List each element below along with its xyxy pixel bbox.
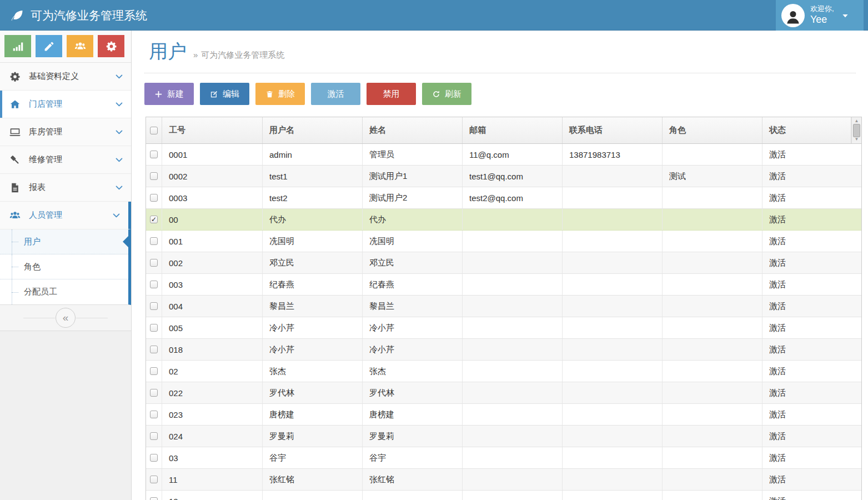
row-checkbox[interactable] [150, 367, 158, 375]
new-button[interactable]: 新建 [144, 83, 194, 105]
row-checkbox[interactable] [150, 216, 158, 223]
row-checkbox[interactable] [150, 281, 158, 288]
tile-users[interactable] [67, 35, 93, 57]
table-row[interactable]: 0003test2测试用户2test2@qq.com激活 [146, 187, 861, 209]
row-checkbox[interactable] [150, 432, 158, 440]
tile-settings[interactable] [98, 35, 124, 57]
table-row[interactable]: 023唐榜建唐榜建激活 [146, 404, 861, 426]
table-row[interactable]: 003纪春燕纪春燕激活 [146, 274, 861, 296]
sidebar-item-label: 基础资料定义 [29, 71, 79, 82]
row-checkbox[interactable] [150, 172, 158, 180]
table-row[interactable]: 002邓立民邓立民激活 [146, 252, 861, 274]
checkbox-cell [146, 339, 162, 360]
table-row[interactable]: 03谷宇谷宇激活 [146, 447, 861, 469]
table-row[interactable]: 005冷小芹冷小芹激活 [146, 317, 861, 339]
table-cell: 激活 [762, 382, 861, 403]
brand[interactable]: 可为汽修业务管理系统 [10, 0, 147, 31]
sidebar-collapse-button[interactable]: « [56, 308, 76, 328]
row-checkbox[interactable] [150, 324, 158, 332]
sidebar-item-reports[interactable]: 报表 [0, 174, 131, 202]
table-cell [563, 166, 663, 187]
row-checkbox[interactable] [150, 411, 158, 418]
table-row[interactable]: 0002test1测试用户1test1@qq.com测试激活 [146, 166, 861, 187]
table-row[interactable]: 11张红铭张红铭激活 [146, 469, 861, 491]
users-table: 工号用户名姓名邮箱联系电话角色状态▲▼ 0001admin管理员11@q.com… [145, 117, 862, 500]
table-cell [563, 317, 663, 338]
table-row[interactable]: 12激活 [146, 491, 861, 500]
delete-button[interactable]: 删除 [255, 83, 305, 105]
table-row[interactable]: 004黎昌兰黎昌兰激活 [146, 296, 861, 317]
row-checkbox[interactable] [150, 259, 158, 267]
sidebar-item-repair[interactable]: 维修管理 [0, 146, 131, 174]
scroll-up-icon[interactable]: ▲ [855, 119, 859, 123]
tile-edit[interactable] [36, 35, 62, 57]
checkbox-cell [146, 469, 162, 490]
row-checkbox[interactable] [150, 497, 158, 500]
plus-icon [154, 90, 163, 98]
breadcrumb-text: 可为汽修业务管理系统 [201, 50, 284, 59]
submenu-item-assign-staff[interactable]: 分配员工 [0, 279, 128, 304]
table-cell: test2 [263, 187, 363, 208]
row-checkbox[interactable] [150, 194, 158, 202]
row-checkbox[interactable] [150, 151, 158, 158]
submenu-item-label: 分配员工 [24, 287, 57, 297]
row-checkbox[interactable] [150, 346, 158, 353]
select-all-checkbox[interactable] [146, 117, 162, 143]
checkbox-cell [146, 187, 162, 208]
gears-icon [9, 71, 21, 82]
column-header-2[interactable]: 姓名 [363, 117, 463, 143]
table-cell [563, 339, 663, 360]
divider [23, 318, 55, 318]
column-header-5[interactable]: 角色 [663, 117, 762, 143]
table-cell: 激活 [762, 144, 861, 165]
table-cell [563, 231, 663, 252]
table-row[interactable]: 0001admin管理员11@q.com13871983713激活 [146, 144, 861, 166]
table-row[interactable]: 00代办代办激活 [146, 209, 861, 231]
edit-button[interactable]: 编辑 [200, 83, 249, 105]
scrollbar-thumb[interactable] [853, 124, 860, 137]
sidebar-item-staff[interactable]: 人员管理 [0, 202, 131, 229]
table-cell: 邓立民 [363, 252, 463, 273]
table-row[interactable]: 02张杰张杰激活 [146, 361, 861, 382]
sidebar-item-base-data[interactable]: 基础资料定义 [0, 63, 131, 91]
row-checkbox[interactable] [150, 454, 158, 462]
table-cell [663, 339, 762, 360]
disable-button[interactable]: 禁用 [367, 83, 416, 105]
tile-stats[interactable] [4, 35, 31, 57]
column-header-1[interactable]: 用户名 [263, 117, 363, 143]
column-header-3[interactable]: 邮箱 [463, 117, 563, 143]
column-header-6[interactable]: 状态 [762, 117, 851, 143]
table-cell [663, 382, 762, 403]
table-row[interactable]: 024罗曼莉罗曼莉激活 [146, 426, 861, 447]
sidebar-item-warehouse[interactable]: 库房管理 [0, 118, 131, 146]
leaf-icon [10, 9, 24, 22]
row-checkbox[interactable] [150, 237, 158, 245]
column-header-0[interactable]: 工号 [162, 117, 263, 143]
table-cell [663, 426, 762, 447]
table-row[interactable]: 018冷小芹冷小芹激活 [146, 339, 861, 361]
submenu-item-users[interactable]: 用户 [0, 229, 128, 254]
activate-button[interactable]: 激活 [311, 83, 360, 105]
column-header-4[interactable]: 联系电话 [563, 117, 663, 143]
table-row[interactable]: 022罗代林罗代林激活 [146, 382, 861, 404]
submenu-item-roles[interactable]: 角色 [0, 254, 128, 279]
row-checkbox[interactable] [150, 476, 158, 483]
table-row[interactable]: 001冼国明冼国明激活 [146, 231, 861, 252]
table-cell: test1 [263, 166, 363, 187]
refresh-button[interactable]: 刷新 [422, 83, 471, 105]
caret-down-icon [841, 11, 850, 20]
user-menu[interactable]: 欢迎你, Yee [776, 0, 864, 31]
checkbox[interactable] [150, 127, 158, 134]
table-cell: 唐榜建 [363, 404, 463, 425]
row-checkbox[interactable] [150, 302, 158, 310]
table-cell [363, 491, 463, 500]
table-cell: 测试用户2 [363, 187, 463, 208]
table-cell: 邓立民 [263, 252, 363, 273]
table-cell: 激活 [762, 469, 861, 490]
table-cell [563, 361, 663, 382]
row-checkbox[interactable] [150, 389, 158, 397]
sidebar-item-stores[interactable]: 门店管理 [0, 91, 131, 118]
scroll-down-icon[interactable]: ▼ [855, 137, 859, 142]
table-cell [563, 187, 663, 208]
table-cell [463, 209, 563, 230]
